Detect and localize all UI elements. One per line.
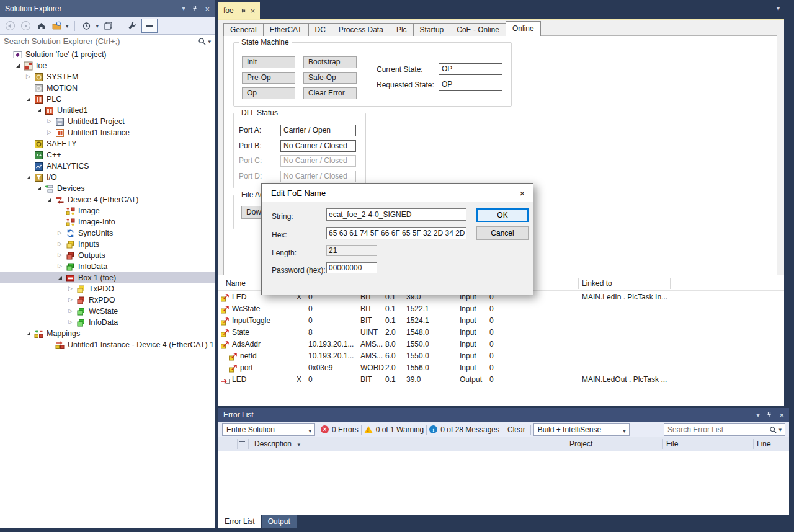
tree-item[interactable]: SAFETY xyxy=(0,138,215,149)
expander-icon[interactable] xyxy=(46,116,55,127)
expander-icon[interactable] xyxy=(35,183,44,194)
tree-item[interactable]: Untitled1 Instance - Device 4 (EtherCAT)… xyxy=(0,339,215,350)
search-icon[interactable] xyxy=(769,426,777,433)
grid-row[interactable]: port0x03e9WORD2.01556.0Input0 xyxy=(218,362,784,374)
tree-item[interactable]: SyncUnits xyxy=(0,228,215,239)
tree-item[interactable]: MOTION xyxy=(0,82,215,94)
expander-icon[interactable] xyxy=(25,94,33,105)
tree-item[interactable]: ANALYTICS xyxy=(0,161,215,172)
scope-filter-dropdown[interactable]: Entire Solution xyxy=(222,423,315,436)
document-tab-foe[interactable]: foe xyxy=(218,2,260,19)
expander-icon[interactable] xyxy=(56,261,65,272)
clear-error-button[interactable]: Clear Error xyxy=(303,87,357,99)
op-button[interactable]: Op xyxy=(242,87,295,99)
expander-icon[interactable] xyxy=(25,71,33,82)
tab-dc[interactable]: DC xyxy=(308,23,332,36)
expander-icon[interactable] xyxy=(14,60,23,71)
tree-item[interactable]: InfoData xyxy=(0,317,215,328)
tree-item[interactable]: foe xyxy=(0,60,215,71)
grid-row[interactable]: LEDX0BIT0.139.0Output0MAIN.LedOut . PlcT… xyxy=(218,374,784,386)
expander-icon[interactable] xyxy=(56,272,65,283)
expander-icon[interactable] xyxy=(25,172,33,183)
expander-icon[interactable] xyxy=(56,228,65,239)
filter-chevron-icon[interactable] xyxy=(96,23,99,29)
tab-error-list[interactable]: Error List xyxy=(218,515,261,528)
string-field[interactable]: ecat_foe_2-4-0_SIGNED xyxy=(326,208,466,221)
password-field[interactable]: 00000000 xyxy=(326,262,377,273)
pin-icon[interactable] xyxy=(239,7,246,14)
tree-item[interactable]: RxPDO xyxy=(0,295,215,306)
cancel-button[interactable]: Cancel xyxy=(476,226,529,240)
tree-item[interactable]: Outputs xyxy=(0,250,215,261)
column-header-name[interactable]: Name xyxy=(226,277,246,290)
tree-item[interactable]: I/O xyxy=(0,172,215,183)
search-icon[interactable] xyxy=(198,37,206,45)
tree-item[interactable]: PLC xyxy=(0,94,215,105)
expander-icon[interactable] xyxy=(67,283,76,295)
expander-icon[interactable] xyxy=(4,49,12,60)
ok-button[interactable]: OK xyxy=(476,208,529,222)
expander-icon[interactable] xyxy=(25,161,33,172)
expander-icon[interactable] xyxy=(56,205,65,216)
column-header-line[interactable]: Line xyxy=(757,437,771,451)
tree-item[interactable]: WcState xyxy=(0,306,215,317)
messages-filter-button[interactable]: 0 of 28 Messages xyxy=(429,425,499,434)
tree-item[interactable]: Device 4 (EtherCAT) xyxy=(0,194,215,205)
tab-plc[interactable]: Plc xyxy=(390,23,414,36)
expander-icon[interactable] xyxy=(67,295,76,306)
grid-row[interactable]: InputToggle0BIT0.11524.1Input0 xyxy=(218,315,784,327)
close-icon[interactable] xyxy=(205,5,210,13)
preview-selected-items-toggle[interactable] xyxy=(141,19,158,33)
expander-icon[interactable] xyxy=(46,127,55,138)
tree-item[interactable]: Untitled1 xyxy=(0,105,215,116)
tree-item[interactable]: TxPDO xyxy=(0,283,215,295)
window-position-chevron-icon[interactable] xyxy=(756,412,759,419)
sync-with-active-document-icon[interactable] xyxy=(102,20,114,32)
tree-item[interactable]: Untitled1 Project xyxy=(0,116,215,127)
window-position-chevron-icon[interactable] xyxy=(182,0,185,17)
expander-icon[interactable] xyxy=(67,317,76,328)
tab-ethercat[interactable]: EtherCAT xyxy=(263,23,309,36)
column-header-linked-to[interactable]: Linked to xyxy=(582,277,612,290)
tab-output[interactable]: Output xyxy=(262,515,297,528)
expander-icon[interactable] xyxy=(56,216,65,228)
expander-icon[interactable] xyxy=(46,194,55,205)
tree-item[interactable]: Mappings xyxy=(0,328,215,339)
search-options-chevron-icon[interactable] xyxy=(778,427,782,433)
expander-icon[interactable] xyxy=(56,239,65,250)
grid-row[interactable]: AdsAddr10.193.20.1...AMS...8.01550.0Inpu… xyxy=(218,339,784,350)
pending-changes-filter-icon[interactable] xyxy=(81,20,93,32)
tree-item[interactable]: Untitled1 Instance xyxy=(0,127,215,138)
expander-icon[interactable] xyxy=(67,306,76,317)
init-button[interactable]: Init xyxy=(242,56,295,68)
column-header-project[interactable]: Project xyxy=(569,437,592,451)
properties-wrench-icon[interactable] xyxy=(126,20,138,32)
tree-item[interactable]: Inputs xyxy=(0,239,215,250)
tree-item[interactable]: Image xyxy=(0,205,215,216)
tab-general[interactable]: General xyxy=(223,23,264,36)
column-header-description[interactable]: Description xyxy=(254,437,300,451)
column-header-file[interactable]: File xyxy=(666,437,678,451)
pin-icon[interactable] xyxy=(765,411,773,419)
expander-icon[interactable] xyxy=(25,149,33,161)
forward-button[interactable] xyxy=(19,20,32,32)
expander-icon[interactable] xyxy=(25,82,33,94)
search-options-chevron-icon[interactable] xyxy=(208,38,211,45)
hex-field[interactable]: 65 63 61 74 5F 66 6F 65 5F 32 2D 34 2D 3… xyxy=(326,227,466,239)
solution-explorer-search[interactable]: Search Solution Explorer (Ctrl+;) xyxy=(0,34,215,48)
tab-startup[interactable]: Startup xyxy=(413,23,451,36)
warnings-filter-button[interactable]: 0 of 1 Warning xyxy=(364,425,424,434)
requested-state-field[interactable]: OP xyxy=(439,79,502,91)
document-well-dropdown-icon[interactable] xyxy=(777,5,780,12)
bootstrap-button[interactable]: Bootstrap xyxy=(303,56,357,68)
clear-button[interactable]: Clear xyxy=(505,425,528,434)
home-icon[interactable] xyxy=(35,20,47,32)
errors-filter-button[interactable]: 0 Errors xyxy=(321,425,359,434)
tree-item[interactable]: C++ xyxy=(0,149,215,161)
expander-icon[interactable] xyxy=(46,339,55,350)
columns-icon[interactable] xyxy=(239,441,245,448)
expander-icon[interactable] xyxy=(35,105,44,116)
tree-item[interactable]: Solution 'foe' (1 project) xyxy=(0,49,215,60)
pin-icon[interactable] xyxy=(191,5,198,12)
grid-row[interactable]: WcState0BIT0.11522.1Input0 xyxy=(218,303,784,315)
